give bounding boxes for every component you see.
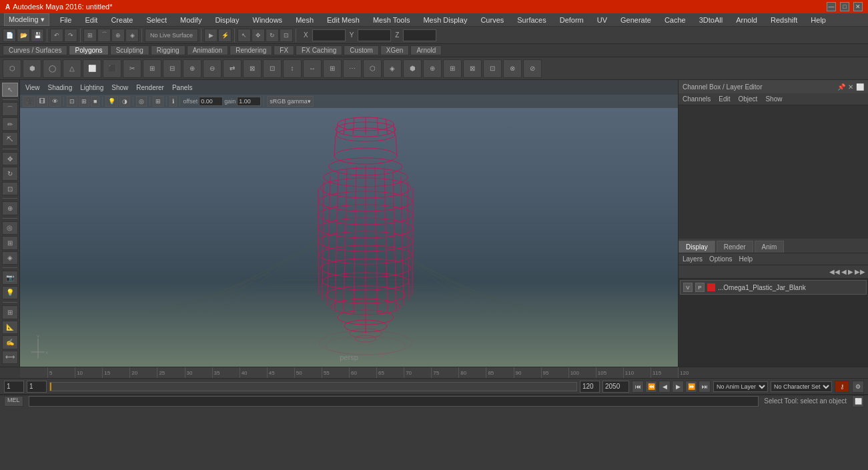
shelf-icon-12[interactable]: ⇄ [223, 59, 242, 78]
new-button[interactable]: 📄 [3, 29, 16, 42]
shelf-tab-polygons[interactable]: Polygons [69, 45, 108, 55]
display-tab[interactable]: Display [679, 241, 715, 253]
play-back-btn[interactable]: ◀ [659, 381, 671, 393]
script-editor-btn[interactable]: ⬜ [852, 395, 864, 407]
layers-menu[interactable]: Layers [683, 255, 703, 263]
vp-light-btn[interactable]: 💡 [105, 96, 118, 107]
move-tool-btn[interactable]: ✥ [2, 152, 18, 166]
menu-deform[interactable]: Deform [557, 15, 586, 25]
save-button[interactable]: 💾 [31, 29, 44, 42]
x-input[interactable] [312, 29, 346, 41]
shelf-icon-22[interactable]: ⊕ [423, 59, 442, 78]
step-back-btn[interactable]: ⏪ [645, 381, 657, 393]
layer-item-1[interactable]: V P ...Omega1_Plastic_Jar_Blank [680, 280, 867, 295]
command-input[interactable] [29, 396, 759, 407]
viewport[interactable]: View Shading Lighting Show Renderer Pane… [20, 80, 678, 367]
shelf-icon-1[interactable]: ⬡ [3, 59, 21, 78]
menu-arnold[interactable]: Arnold [733, 15, 760, 25]
auto-key-btn[interactable]: ⚷ [835, 381, 849, 393]
timeline-track[interactable]: 5101520253035404550556065707580859095100… [20, 367, 678, 378]
show-menu[interactable]: Show [765, 95, 782, 103]
light-btn[interactable]: 💡 [2, 286, 18, 300]
vp-menu-lighting[interactable]: Lighting [80, 84, 103, 91]
lattice-btn[interactable]: ⊞ [2, 236, 18, 250]
shelf-icon-27[interactable]: ⊘ [523, 59, 542, 78]
shelf-icon-24[interactable]: ⊠ [463, 59, 482, 78]
playback-settings-btn[interactable]: ⚙ [852, 381, 864, 393]
vp-grid-toggle[interactable]: ⊞ [153, 96, 163, 107]
shelf-tab-sculpting[interactable]: Sculpting [110, 45, 149, 55]
menu-display[interactable]: Display [212, 15, 242, 25]
shelf-icon-13[interactable]: ⊠ [243, 59, 262, 78]
vp-menu-renderer[interactable]: Renderer [136, 84, 164, 91]
menu-curves[interactable]: Curves [478, 15, 506, 25]
lasso-tool-btn[interactable]: ⌒ [2, 102, 18, 116]
menu-surfaces[interactable]: Surfaces [514, 15, 548, 25]
step-forward-btn[interactable]: ⏩ [685, 381, 697, 393]
rotate-tool-btn[interactable]: ↻ [2, 167, 18, 181]
help-menu[interactable]: Help [739, 255, 753, 263]
range-end-input[interactable] [602, 381, 629, 393]
edit-menu[interactable]: Edit [719, 95, 730, 103]
shelf-tab-animation[interactable]: Animation [187, 45, 228, 55]
maximize-button[interactable]: □ [840, 2, 849, 11]
rotate-tool[interactable]: ↻ [266, 29, 279, 42]
shelf-icon-14[interactable]: ⊡ [263, 59, 282, 78]
panel-pin-btn[interactable]: 📌 [837, 83, 845, 91]
sculpt-tool-btn[interactable]: ⛏ [2, 132, 18, 146]
menu-help[interactable]: Help [808, 15, 829, 25]
shelf-icon-23[interactable]: ⊞ [443, 59, 462, 78]
undo-button[interactable]: ↶ [50, 29, 63, 42]
shelf-icon-15[interactable]: ↕ [283, 59, 302, 78]
menu-modify[interactable]: Modify [177, 15, 204, 25]
end-frame-input[interactable] [580, 381, 600, 393]
select-tool[interactable]: ↖ [238, 29, 251, 42]
shelf-tab-fx[interactable]: FX [274, 45, 294, 55]
vp-shadow-btn[interactable]: ◑ [119, 96, 130, 107]
snap-grid[interactable]: ⊞ [83, 29, 97, 42]
z-input[interactable] [403, 29, 436, 41]
shelf-icon-8[interactable]: ⊞ [143, 59, 161, 78]
menu-redshift[interactable]: Redshift [768, 15, 800, 25]
shelf-tab-curves[interactable]: Curves / Surfaces [3, 45, 67, 55]
snap-point[interactable]: ⊕ [111, 29, 125, 42]
shelf-tab-arnold[interactable]: Arnold [410, 45, 442, 55]
anim-tab[interactable]: Anim [755, 241, 785, 253]
vp-textured[interactable]: ■ [91, 96, 99, 107]
menu-uv[interactable]: UV [594, 15, 610, 25]
menu-generate[interactable]: Generate [618, 15, 654, 25]
shelf-icon-7[interactable]: ✂ [123, 59, 141, 78]
vp-film-btn[interactable]: 🎞 [37, 96, 48, 107]
shelf-icon-2[interactable]: ⬢ [23, 59, 41, 78]
vp-gain-input[interactable] [237, 97, 261, 106]
scale-tool-btn[interactable]: ⊡ [2, 182, 18, 196]
move-tool[interactable]: ✥ [252, 29, 265, 42]
panel-float-btn[interactable]: ⬜ [856, 83, 864, 91]
menu-cache[interactable]: Cache [662, 15, 689, 25]
shelf-icon-3[interactable]: ◯ [43, 59, 61, 78]
vp-gamma-selector[interactable]: sRGB gamma ▾ [267, 96, 314, 107]
go-to-end-btn[interactable]: ⏭ [699, 381, 711, 393]
shelf-icon-5[interactable]: ⬜ [83, 59, 101, 78]
cluster-btn[interactable]: ◈ [2, 251, 18, 265]
render-tab[interactable]: Render [717, 241, 753, 253]
menu-create[interactable]: Create [108, 15, 135, 25]
annotation-btn[interactable]: ✍ [2, 335, 18, 349]
anim-layer-select[interactable]: No Anim Layer [713, 381, 768, 392]
minimize-button[interactable]: — [827, 2, 836, 11]
open-button[interactable]: 📂 [17, 29, 30, 42]
shelf-tab-custom[interactable]: Custom [344, 45, 378, 55]
shelf-icon-9[interactable]: ⊟ [163, 59, 181, 78]
menu-mesh-display[interactable]: Mesh Display [420, 15, 470, 25]
render-btn[interactable]: ▶ [204, 29, 218, 42]
mel-python-toggle[interactable]: MEL [4, 396, 23, 407]
timeline[interactable]: 5101520253035404550556065707580859095100… [0, 367, 868, 379]
layer-icon-prev[interactable]: ◀ [841, 268, 847, 275]
options-menu[interactable]: Options [709, 255, 732, 263]
ipr-btn[interactable]: ⚡ [218, 29, 232, 42]
current-frame-input[interactable] [4, 381, 24, 393]
shelf-icon-17[interactable]: ⊞ [323, 59, 342, 78]
menu-file[interactable]: File [57, 15, 75, 25]
shelf-icon-26[interactable]: ⊗ [503, 59, 522, 78]
layer-icon-next[interactable]: ▶ [848, 268, 853, 275]
